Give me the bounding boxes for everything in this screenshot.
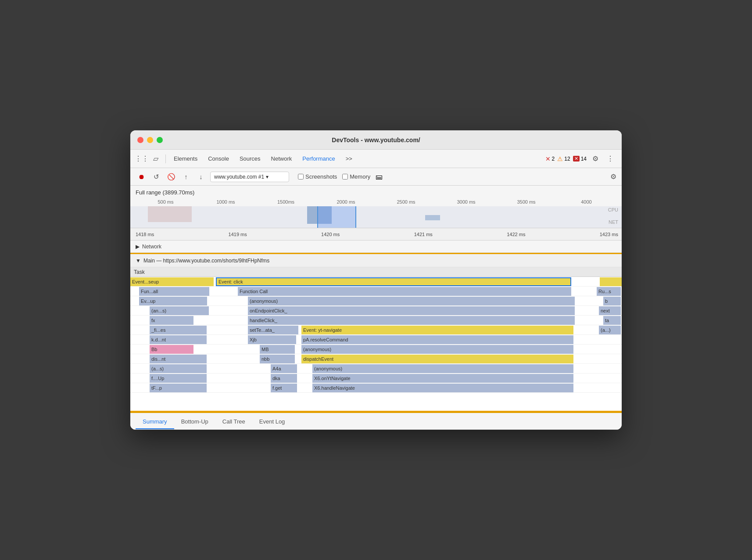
flame-block-function-call[interactable]: Function Call (238, 287, 571, 296)
nav-console[interactable]: Console (204, 153, 233, 165)
flame-block-right-0[interactable] (600, 277, 622, 286)
flame-row-1: Fun...all Function Call Ru...s (130, 287, 622, 296)
flame-block-dka[interactable]: dka (271, 374, 297, 383)
download-button[interactable]: ↓ (195, 171, 207, 183)
ruler-label-6: 3000 ms (436, 199, 496, 205)
window-title: DevTools - www.youtube.com/ (332, 136, 420, 144)
cpu-bar-2 (425, 215, 440, 220)
flame-row-7: Bb MB (anonymous) (130, 345, 622, 354)
flame-chart[interactable]: Event...seup Event: click Fun...all Func… (130, 277, 622, 412)
warning-icon: ⚠ (557, 155, 563, 162)
network-expand-arrow[interactable]: ▶ (136, 244, 140, 250)
flame-block-anonymous-0[interactable]: (anonymous) (248, 297, 575, 305)
flame-block-handleClick[interactable]: handleClick_ (248, 316, 575, 325)
flame-block-kdnt[interactable]: k.d...nt (150, 335, 207, 344)
maximize-button[interactable] (157, 137, 163, 143)
flame-block-a1[interactable]: (a...) (599, 326, 621, 334)
tab-summary[interactable]: Summary (136, 415, 174, 429)
flame-row-9: (a...s) A4a (anonymous) (130, 364, 622, 373)
flame-block-fget[interactable]: f.get (271, 384, 297, 392)
tab-call-tree[interactable]: Call Tree (215, 415, 252, 429)
flame-block-fup[interactable]: f....Up (150, 374, 207, 383)
reload-record-button[interactable]: ↺ (150, 171, 162, 183)
flame-block-anonymous-1[interactable]: (anonymous) (301, 345, 573, 354)
nav-more[interactable]: >> (341, 153, 357, 165)
memory-checkbox[interactable] (342, 174, 348, 179)
devtools-icon[interactable]: ⋮⋮ (136, 153, 148, 165)
flame-row-6: k.d...nt Xjb pA.resolveCommand (130, 335, 622, 345)
settings-icon[interactable]: ⚙ (589, 153, 602, 165)
flame-block-bb[interactable]: Bb (150, 345, 193, 354)
selected-region[interactable] (317, 206, 357, 228)
flame-block-fies[interactable]: _fi...es (150, 326, 207, 334)
flame-block-event-seup[interactable]: Event...seup (130, 277, 214, 286)
clear-button[interactable]: 🚫 (165, 171, 177, 183)
flame-block-tfp[interactable]: tF...p (150, 384, 207, 392)
flame-block-next[interactable]: next (599, 306, 621, 315)
nav-sources[interactable]: Sources (235, 153, 265, 165)
flame-block-x6handle[interactable]: X6.handleNavigate (312, 384, 573, 392)
error-icon: ✕ (545, 155, 551, 162)
flame-block-anonymous-2[interactable]: (anonymous) (312, 364, 573, 373)
zoom-label-1: 1419 ms (229, 232, 247, 237)
more-options-icon[interactable]: ⋮ (604, 153, 616, 165)
error-badge: ✕ 2 (545, 155, 555, 162)
flame-block-pA[interactable]: pA.resolveCommand (301, 335, 573, 344)
flame-block-event-click[interactable]: Event: click (216, 277, 571, 286)
tab-event-log[interactable]: Event Log (252, 415, 292, 429)
tab-bottom-up[interactable]: Bottom-Up (174, 415, 215, 429)
nav-elements[interactable]: Elements (169, 153, 202, 165)
flame-block-b[interactable]: b (603, 297, 621, 305)
flame-block-x6navigate[interactable]: X6.onYtNavigate (312, 374, 573, 383)
main-label: Main — https://www.youtube.com/shorts/9l… (143, 258, 269, 264)
flame-block-nbb[interactable]: nbb (260, 355, 295, 363)
responsive-icon[interactable]: ▱ (150, 153, 162, 165)
ruler-label-7: 3500 ms (496, 199, 556, 205)
network-row: ▶ Network (130, 241, 622, 253)
url-dropdown-icon[interactable]: ▾ (266, 174, 269, 180)
record-button[interactable]: ⏺ (136, 171, 147, 183)
flame-row-10: f....Up dka X6.onYtNavigate (130, 373, 622, 383)
net-label: NET (609, 219, 618, 225)
flame-block-a4a[interactable]: A4a (271, 364, 297, 373)
error-count: 2 (552, 156, 555, 162)
ruler-label-2: 1000 ms (196, 199, 256, 205)
flame-block-sette[interactable]: setTe...ata_ (248, 326, 298, 334)
info-count: 14 (581, 156, 587, 162)
perf-toolbar: ⏺ ↺ 🚫 ↑ ↓ www.youtube.com #1 ▾ Screensho… (130, 168, 622, 186)
flame-block-ta[interactable]: ta (603, 316, 621, 325)
cpu-label: CPU (608, 207, 618, 212)
devtools-window: DevTools - www.youtube.com/ ⋮⋮ ▱ Element… (130, 130, 622, 430)
flame-block-ans[interactable]: (an...s) (150, 306, 209, 315)
cpu-bar-group-1 (148, 206, 192, 222)
flame-block-mb[interactable]: MB (260, 345, 295, 354)
flame-block-fx[interactable]: fx (150, 316, 193, 325)
flame-block-funall[interactable]: Fun...all (139, 287, 209, 296)
nav-network[interactable]: Network (267, 153, 297, 165)
traffic-lights (137, 137, 163, 143)
network-label: Network (142, 244, 161, 250)
perf-settings-icon[interactable]: ⚙ (610, 172, 616, 181)
zoom-label-2: 1420 ms (321, 232, 340, 237)
flame-block-xjb[interactable]: Xjb (248, 335, 296, 344)
flame-block-as[interactable]: (a...s) (150, 364, 207, 373)
flame-block-disnt[interactable]: dis...nt (150, 355, 207, 363)
flame-block-onEndpoint[interactable]: onEndpointClick_ (248, 306, 575, 315)
flame-block-dispatch[interactable]: dispatchEvent (301, 355, 573, 363)
screenshots-checkbox[interactable] (298, 174, 304, 179)
timeline-overview[interactable]: 500 ms 1000 ms 1500ms 2000 ms 2500 ms 30… (130, 197, 622, 228)
ruler-label-5: 2500 ms (376, 199, 436, 205)
flame-block-rus[interactable]: Ru...s (597, 287, 621, 296)
nav-toolbar: ⋮⋮ ▱ Elements Console Sources Network Pe… (130, 150, 622, 168)
main-collapse-arrow[interactable]: ▼ (136, 258, 141, 264)
memory-icon: 🖴 (376, 173, 383, 181)
flame-block-evup[interactable]: Ev...up (139, 297, 207, 305)
zoomed-ruler: 1418 ms 1419 ms 1420 ms 1421 ms 1422 ms … (130, 228, 622, 241)
flame-block-yt-navigate[interactable]: Event: yt-navigate (301, 326, 573, 334)
memory-label: Memory (350, 173, 370, 180)
titlebar: DevTools - www.youtube.com/ (130, 130, 622, 150)
upload-button[interactable]: ↑ (180, 171, 192, 183)
minimize-button[interactable] (147, 137, 153, 143)
nav-performance[interactable]: Performance (298, 153, 339, 165)
close-button[interactable] (137, 137, 143, 143)
